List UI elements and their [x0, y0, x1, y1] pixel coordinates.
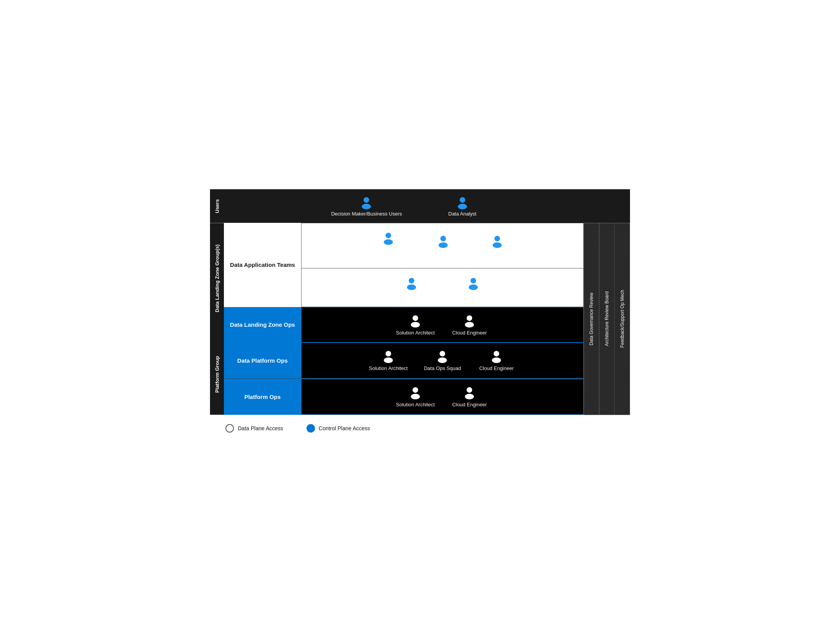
legend-item-control-plane: Control Plane Access — [307, 424, 370, 433]
person-solution-architect-dlz: Solution Architect — [396, 314, 435, 336]
full-diagram: Users Decision Maker/Business Users — [210, 189, 630, 415]
icon-solution-architect — [381, 231, 395, 245]
svg-point-26 — [467, 387, 472, 393]
svg-point-11 — [407, 284, 416, 290]
icon-cloud-engineer-po — [462, 385, 476, 399]
platform-vertical-label: Platform Group — [210, 334, 224, 415]
icon-data-ops-squad-dpo — [435, 349, 449, 363]
platform-body: Data Platform Ops Solution Architect — [224, 343, 584, 415]
dlz-ops-content: Solution Architect Cloud Engineer — [301, 307, 584, 343]
svg-point-24 — [413, 387, 418, 393]
user-icon-blue-1 — [359, 195, 373, 209]
icon-solution-architect-dpo — [381, 349, 395, 363]
users-right-spacer — [584, 189, 630, 223]
svg-point-21 — [438, 358, 447, 363]
label-ml-engineer: ML Engineer — [483, 250, 511, 257]
dlzg-rows: Data Application Teams — [224, 223, 584, 343]
label-data-scientist: Data Scientist — [428, 250, 459, 257]
label-solution-architect: Solution Architect/Product Owner — [368, 247, 408, 260]
legend: Data Plane Access Control Plane Access — [210, 418, 630, 439]
data-platform-ops-label-cell: Data Platform Ops — [224, 343, 301, 378]
person-data-steward: Data Steward — [392, 276, 431, 299]
legend-item-data-plane: Data Plane Access — [225, 424, 283, 433]
icon-cloud-engineer-dpo — [489, 349, 503, 363]
user-label-data-analyst: Data Analyst — [448, 211, 476, 217]
dlz-ops-row: Data Landing Zone Ops Solution Architec — [224, 307, 584, 343]
svg-point-22 — [494, 351, 499, 356]
icon-solution-architect-dlz — [408, 314, 422, 328]
outer-left-labels: Data Landing Zone Group(s) Platform Grou… — [210, 223, 224, 415]
platform-ops-content: Solution Architect Cloud Engineer — [301, 379, 584, 415]
right-panel-data-governance: Data Governance Review — [584, 223, 599, 415]
legend-label-control-plane: Control Plane Access — [319, 425, 370, 431]
person-data-scientist: Data Scientist — [424, 234, 462, 257]
label-data-ops-squad-dpo: Data Ops Squad — [424, 365, 461, 372]
person-ml-engineer: ML Engineer — [478, 234, 517, 257]
person-solution-architect-po: Solution Architect — [396, 385, 435, 408]
person-cloud-engineer-dlz: Cloud Engineer — [450, 314, 489, 336]
label-solution-architect-dlz: Solution Architect — [396, 330, 435, 336]
platform-ops-label-cell: Platform Ops — [224, 379, 301, 415]
data-app-bottom-row: Data Steward Data Ops Squad — [301, 268, 583, 307]
platform-rows: Data Platform Ops Solution Architect — [224, 343, 584, 415]
person-solution-architect-dpo: Solution Architect — [369, 349, 408, 372]
svg-point-1 — [362, 204, 371, 209]
right-panel-architecture-review: Architecture Review Board — [599, 223, 615, 415]
person-cloud-engineer-po: Cloud Engineer — [450, 385, 489, 408]
label-cloud-engineer-po: Cloud Engineer — [452, 402, 487, 408]
svg-point-13 — [469, 284, 478, 290]
data-app-teams-row: Data Application Teams — [224, 223, 584, 307]
person-cloud-engineer-dpo: Cloud Engineer — [477, 349, 516, 372]
icon-data-scientist — [436, 234, 450, 248]
user-decision-maker: Decision Maker/Business Users — [331, 195, 402, 217]
svg-point-17 — [465, 322, 474, 327]
icon-data-steward — [405, 276, 418, 290]
svg-point-16 — [467, 315, 472, 321]
platform-ops-row: Platform Ops Solution Architect — [224, 379, 584, 415]
user-icon-blue-2 — [456, 195, 469, 209]
users-content: Decision Maker/Business Users Data Analy… — [224, 189, 584, 223]
user-data-analyst: Data Analyst — [448, 195, 476, 217]
svg-point-9 — [493, 243, 501, 248]
svg-point-6 — [440, 236, 446, 241]
icon-data-ops-squad-app — [466, 276, 480, 290]
legend-label-data-plane: Data Plane Access — [238, 425, 283, 431]
icon-solution-architect-po — [408, 385, 422, 399]
right-panels: Data Governance Review Architecture Revi… — [584, 223, 630, 415]
svg-point-2 — [460, 197, 465, 202]
label-solution-architect-po: Solution Architect — [396, 402, 435, 408]
person-solution-architect-product-owner: Solution Architect/Product Owner — [368, 231, 408, 260]
svg-point-7 — [439, 243, 447, 248]
inner-content: Data Application Teams — [224, 223, 584, 415]
svg-point-15 — [411, 322, 420, 327]
svg-point-5 — [384, 239, 393, 244]
dlzg-vertical-label: Data Landing Zone Group(s) — [210, 223, 224, 334]
svg-point-14 — [413, 315, 418, 321]
svg-point-19 — [384, 358, 393, 363]
label-solution-architect-dpo: Solution Architect — [369, 365, 408, 372]
dlzg-body: Data Application Teams — [224, 223, 584, 343]
legend-icon-control-plane — [307, 424, 315, 433]
svg-point-18 — [386, 351, 391, 356]
svg-point-4 — [386, 233, 391, 238]
legend-icon-data-plane — [225, 424, 234, 433]
data-app-teams-label-cell: Data Application Teams — [224, 223, 301, 307]
person-data-ops-squad-dpo: Data Ops Squad — [423, 349, 462, 372]
svg-point-12 — [471, 278, 476, 283]
dlz-ops-label-cell: Data Landing Zone Ops — [224, 307, 301, 343]
svg-point-25 — [411, 394, 420, 399]
body-area: Data Landing Zone Group(s) Platform Grou… — [210, 223, 630, 415]
data-app-top-row: Solution Architect/Product Owner Data Sc — [301, 223, 583, 268]
svg-point-10 — [409, 278, 414, 283]
user-label-decision-maker: Decision Maker/Business Users — [331, 211, 402, 217]
label-data-ops-squad-app: Data Ops Squad — [455, 292, 492, 299]
label-cloud-engineer-dlz: Cloud Engineer — [452, 330, 487, 336]
icon-ml-engineer — [490, 234, 504, 248]
svg-point-0 — [364, 197, 369, 202]
right-panel-feedback-support: Feedback/Support Op Mech — [615, 223, 630, 415]
data-platform-ops-content: Solution Architect Data Ops Squad — [301, 343, 584, 378]
users-vertical-label: Users — [210, 189, 224, 223]
diagram-wrapper: Users Decision Maker/Business Users — [210, 189, 630, 439]
svg-point-20 — [440, 351, 445, 356]
svg-point-23 — [492, 358, 501, 363]
